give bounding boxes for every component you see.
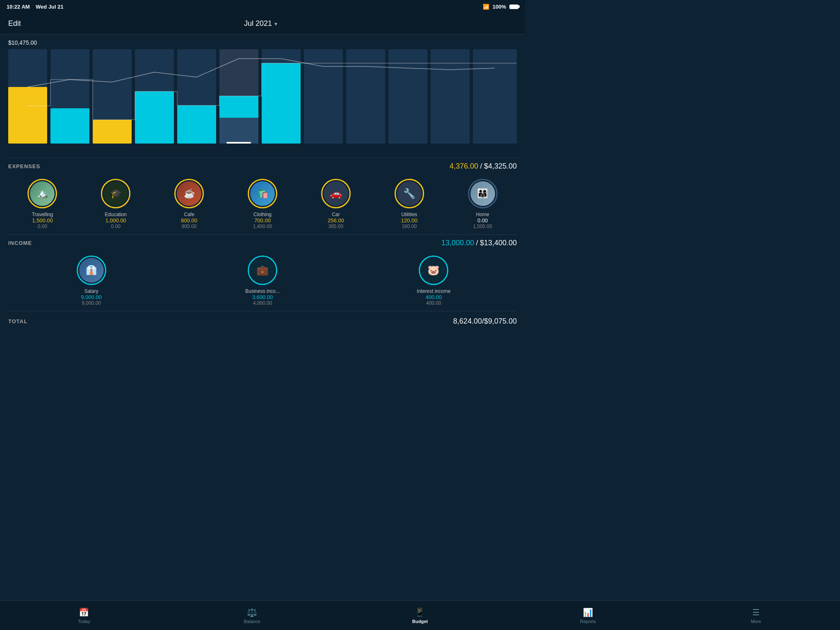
expenses-section-header: EXPENSES 4,376.00 / $4,325.00 — [8, 158, 517, 174]
travelling-circle: 🏔️ — [27, 179, 57, 208]
expenses-title: EXPENSES — [8, 163, 40, 169]
expenses-amounts: 4,376.00 / $4,325.00 — [450, 162, 517, 171]
utilities-icon: 🔧 — [397, 181, 422, 206]
expenses-budget: / — [480, 162, 482, 170]
category-car[interactable]: 🚗 Car 256.00 365.00 — [301, 179, 370, 229]
income-slash: / — [476, 239, 478, 247]
home-name: Home — [476, 212, 489, 217]
interest-income-actual: 400.00 — [425, 294, 442, 300]
home-photo: 👨‍👩‍👧 — [470, 181, 495, 206]
cafe-photo: ☕ — [177, 181, 201, 206]
education-budget: 0.00 — [111, 224, 121, 229]
battery-fill — [510, 5, 518, 9]
chart-amount-label: $10,475.00 — [8, 39, 517, 46]
travelling-name: Travelling — [32, 212, 53, 217]
business-income-actual: 3,600.00 — [252, 294, 273, 300]
education-name: Education — [105, 212, 127, 217]
utilities-actual: 120.00 — [401, 217, 418, 224]
clothing-actual: 700.00 — [254, 217, 271, 224]
status-bar: 10:22 AM Wed Jul 21 📶 100% — [0, 0, 525, 13]
category-cafe[interactable]: ☕ Cafe 800.00 900.00 — [155, 179, 224, 229]
education-actual: 1,000.00 — [105, 217, 126, 224]
interest-income-budget: 400.00 — [426, 300, 441, 306]
clothing-circle: 🛍️ — [248, 179, 277, 208]
salary-circle: 👔 — [77, 256, 106, 285]
cafe-name: Cafe — [184, 212, 194, 217]
income-category-grid: 👔 Salary 9,000.00 9,000.00 💼 Business in… — [8, 251, 517, 311]
interest-income-circle: 🐷 — [419, 256, 448, 285]
education-circle: 🎓 — [101, 179, 130, 208]
salary-actual: 9,000.00 — [81, 294, 102, 300]
svg-rect-1 — [8, 87, 47, 144]
total-label: TOTAL — [8, 318, 27, 324]
app-header: Edit Jul 2021 ▾ — [0, 13, 525, 34]
income-section-header: INCOME 13,000.00 / $13,400.00 — [8, 234, 517, 251]
svg-rect-10 — [135, 91, 174, 144]
status-time: 10:22 AM — [7, 4, 30, 10]
svg-rect-17 — [219, 118, 258, 144]
interest-income-icon: 🐷 — [421, 258, 446, 283]
home-actual: 0.00 — [477, 217, 488, 224]
business-income-budget: 4,000.00 — [253, 300, 272, 306]
home-budget: 1,500.00 — [473, 224, 492, 229]
car-actual: 256.00 — [328, 217, 344, 224]
category-travelling[interactable]: 🏔️ Travelling 1,500.00 0.00 — [8, 179, 77, 229]
wifi-icon: 📶 — [483, 4, 489, 10]
svg-rect-4 — [50, 108, 89, 144]
business-income-name: Business inco... — [245, 288, 280, 294]
category-education[interactable]: 🎓 Education 1,000.00 0.00 — [82, 179, 150, 229]
clothing-budget: 1,400.00 — [253, 224, 272, 229]
education-icon: 🎓 — [103, 181, 128, 206]
category-utilities[interactable]: 🔧 Utilities 120.00 160.00 — [375, 179, 443, 229]
total-amount: 8,624.00/$9,075.00 — [453, 317, 517, 326]
car-icon: 🚗 — [324, 181, 348, 206]
month-label: Jul 2021 — [244, 19, 272, 28]
category-clothing[interactable]: 🛍️ Clothing 700.00 1,400.00 — [228, 179, 297, 229]
chart-area: $10,475.00 — [0, 34, 525, 158]
clothing-photo: 🛍️ — [250, 181, 275, 206]
category-business-income[interactable]: 💼 Business inco... 3,600.00 4,000.00 — [179, 256, 345, 306]
income-budget-val: $13,400.00 — [480, 239, 517, 247]
travelling-budget: 0.00 — [38, 224, 47, 229]
travelling-actual: 1,500.00 — [32, 217, 53, 224]
utilities-budget: 160.00 — [402, 224, 417, 229]
svg-rect-18 — [226, 142, 251, 144]
income-actual: 13,000.00 — [441, 239, 474, 247]
edit-button[interactable]: Edit — [8, 19, 21, 28]
salary-budget: 9,000.00 — [82, 300, 101, 306]
interest-income-name: Interest income — [417, 288, 450, 294]
income-title: INCOME — [8, 240, 32, 246]
income-amounts: 13,000.00 / $13,400.00 — [441, 239, 517, 247]
utilities-circle: 🔧 — [395, 179, 424, 208]
status-time-date: 10:22 AM Wed Jul 21 — [7, 4, 64, 10]
expenses-category-grid: 🏔️ Travelling 1,500.00 0.00 🎓 Education … — [8, 174, 517, 234]
cafe-actual: 800.00 — [181, 217, 197, 224]
chevron-down-icon: ▾ — [274, 21, 277, 27]
utilities-name: Utilities — [401, 212, 417, 217]
business-income-icon: 💼 — [250, 258, 275, 283]
svg-rect-7 — [93, 120, 132, 144]
month-selector[interactable]: Jul 2021 ▾ — [244, 19, 277, 28]
bar-chart-svg — [8, 49, 517, 144]
car-circle: 🚗 — [321, 179, 351, 208]
svg-rect-21 — [262, 63, 301, 144]
expenses-actual: 4,376.00 — [450, 162, 478, 170]
business-income-circle: 💼 — [248, 256, 277, 285]
car-budget: 365.00 — [329, 224, 344, 229]
category-salary[interactable]: 👔 Salary 9,000.00 9,000.00 — [8, 256, 174, 306]
total-row: TOTAL 8,624.00/$9,075.00 — [8, 311, 517, 331]
travelling-photo: 🏔️ — [30, 181, 55, 206]
salary-name: Salary — [84, 288, 98, 294]
expenses-budget-val: $4,325.00 — [484, 162, 517, 170]
status-date: Wed Jul 21 — [36, 4, 64, 10]
home-circle: 👨‍👩‍👧 — [468, 179, 498, 208]
category-interest-income[interactable]: 🐷 Interest income 400.00 400.00 — [351, 256, 517, 306]
category-home[interactable]: 👨‍👩‍👧 Home 0.00 1,500.00 — [448, 179, 517, 229]
salary-photo: 👔 — [79, 258, 104, 283]
status-right: 📶 100% — [483, 4, 518, 10]
main-content: EXPENSES 4,376.00 / $4,325.00 🏔️ Travell… — [0, 158, 525, 331]
cafe-circle: ☕ — [174, 179, 204, 208]
battery-percent: 100% — [493, 4, 506, 10]
clothing-name: Clothing — [253, 212, 272, 217]
car-name: Car — [332, 212, 340, 217]
